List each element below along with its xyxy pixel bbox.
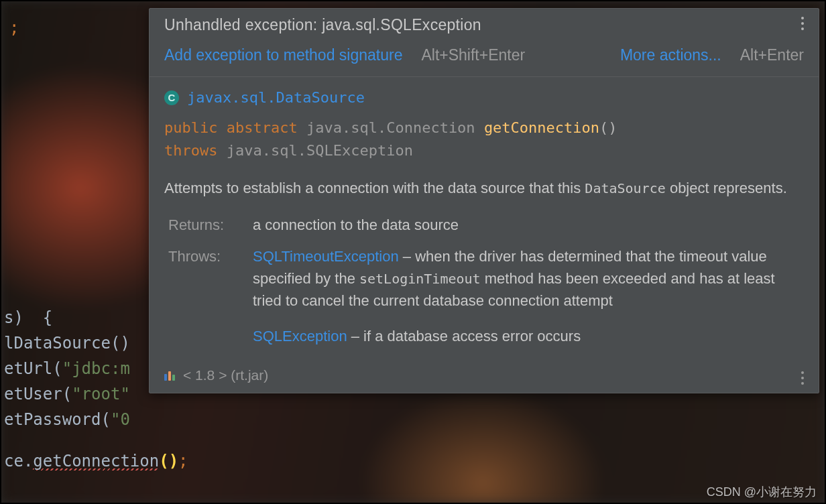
bracket-close: )	[169, 452, 178, 470]
code-string: "root"	[72, 385, 130, 403]
desc-text: Attempts to establish a connection with …	[164, 180, 585, 196]
code-token: ;	[178, 452, 188, 470]
shortcut-label: Alt+Shift+Enter	[421, 46, 525, 64]
javadoc-description: Attempts to establish a connection with …	[164, 177, 804, 199]
returns-label: Returns:	[168, 214, 246, 236]
code-token: s) {	[4, 308, 52, 327]
throws-entry: SQLException – if a database access erro…	[253, 325, 804, 347]
throws-text: – if a database access error occurs	[347, 328, 581, 344]
code-string: "jdbc:m	[62, 359, 130, 378]
class-icon: C	[164, 90, 179, 105]
footer-more-menu-button[interactable]	[793, 369, 812, 387]
code-token: ce.	[4, 452, 33, 470]
code-token: etPassword(	[4, 410, 111, 429]
more-actions-link[interactable]: More actions...	[620, 46, 721, 64]
exception-link[interactable]: SQLTimeoutException	[253, 248, 399, 265]
code-token: lDataSource()	[4, 334, 130, 353]
keyword-abstract: abstract	[227, 119, 298, 136]
keyword-throws: throws	[164, 142, 217, 159]
watermark: CSDN @小谢在努力	[707, 484, 817, 500]
returns-text: a connection to the data source	[253, 214, 804, 236]
javadoc-tags: Returns: a connection to the data source…	[168, 214, 804, 350]
library-icon	[164, 370, 176, 381]
throws-code-ref: setLoginTimeout	[359, 271, 481, 287]
keyword-public: public	[164, 119, 217, 136]
exception-title: Unhandled exception: java.sql.SQLExcepti…	[164, 16, 804, 34]
popup-header: Unhandled exception: java.sql.SQLExcepti…	[150, 9, 819, 77]
code-token: etUrl(	[4, 359, 62, 378]
class-fqname-link[interactable]: javax.sql.DataSource	[187, 86, 365, 109]
jdk-library-label: < 1.8 > (rt.jar)	[183, 367, 268, 383]
throws-label: Throws:	[168, 245, 246, 350]
parens: ()	[599, 119, 617, 136]
popup-footer: < 1.8 > (rt.jar)	[150, 363, 819, 393]
method-name: getConnection	[484, 119, 599, 136]
quick-fix-add-exception[interactable]: Add exception to method signature	[164, 46, 402, 64]
throws-type: java.sql.SQLException	[227, 142, 413, 159]
method-signature: public abstract java.sql.Connection getC…	[164, 117, 804, 162]
exception-link[interactable]: SQLException	[253, 328, 347, 344]
javadoc-panel: C javax.sql.DataSource public abstract j…	[150, 77, 819, 363]
shortcut-label: Alt+Enter	[740, 46, 804, 64]
code-token: etUser(	[4, 385, 72, 403]
code-method-call-error: getConnection	[33, 452, 159, 472]
desc-code-ref: DataSource	[585, 180, 665, 196]
inspection-popup: Unhandled exception: java.sql.SQLExcepti…	[149, 8, 819, 393]
code-string: "0	[111, 410, 130, 429]
bracket-open: (	[159, 452, 168, 470]
popup-more-menu-button[interactable]	[793, 14, 812, 33]
throws-entry: SQLTimeoutException – when the driver ha…	[253, 245, 804, 312]
code-token: ;	[9, 19, 19, 38]
return-type: java.sql.Connection	[306, 119, 475, 136]
desc-text: object represents.	[666, 180, 787, 196]
